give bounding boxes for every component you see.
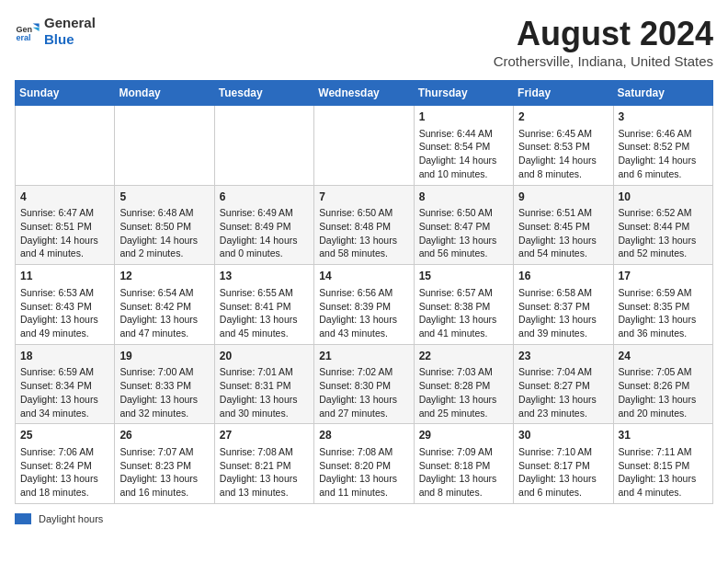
- day-number: 31: [619, 428, 708, 443]
- day-cell: 31Sunrise: 7:11 AMSunset: 8:15 PMDayligh…: [613, 424, 712, 504]
- day-number: 4: [20, 190, 109, 205]
- day-cell: 5Sunrise: 6:48 AMSunset: 8:50 PMDaylight…: [115, 185, 214, 265]
- day-info: Daylight: 13 hours and 36 minutes.: [619, 313, 708, 339]
- day-info: Sunrise: 6:47 AM: [20, 206, 109, 220]
- day-info: Sunrise: 6:51 AM: [518, 206, 608, 220]
- day-number: 6: [220, 190, 309, 205]
- day-info: Daylight: 13 hours and 32 minutes.: [119, 393, 209, 419]
- day-info: Sunset: 8:35 PM: [619, 300, 708, 314]
- day-info: Sunset: 8:39 PM: [319, 300, 408, 314]
- day-cell: 19Sunrise: 7:00 AMSunset: 8:33 PMDayligh…: [115, 344, 214, 424]
- day-number: 5: [119, 190, 209, 205]
- day-cell: 20Sunrise: 7:01 AMSunset: 8:31 PMDayligh…: [214, 344, 313, 424]
- day-number: 9: [518, 190, 608, 205]
- day-info: Sunrise: 6:54 AM: [119, 286, 209, 300]
- day-info: Sunrise: 7:06 AM: [20, 445, 109, 459]
- day-info: Sunrise: 6:57 AM: [419, 286, 508, 300]
- day-cell: 6Sunrise: 6:49 AMSunset: 8:49 PMDaylight…: [214, 185, 313, 265]
- day-info: Sunset: 8:41 PM: [220, 300, 309, 314]
- day-cell: 1Sunrise: 6:44 AMSunset: 8:54 PMDaylight…: [414, 106, 513, 186]
- day-info: Daylight: 13 hours and 45 minutes.: [220, 313, 309, 339]
- day-number: 10: [619, 190, 708, 205]
- day-info: Daylight: 13 hours and 6 minutes.: [518, 472, 608, 499]
- day-cell: 18Sunrise: 6:59 AMSunset: 8:34 PMDayligh…: [16, 344, 115, 424]
- svg-text:eral: eral: [16, 33, 30, 42]
- legend-color-box: [15, 513, 31, 524]
- day-info: Daylight: 14 hours and 2 minutes.: [119, 234, 209, 260]
- day-info: Daylight: 13 hours and 4 minutes.: [619, 472, 708, 499]
- day-info: Sunrise: 6:50 AM: [419, 206, 508, 220]
- day-info: Daylight: 13 hours and 18 minutes.: [20, 472, 109, 499]
- day-number: 3: [619, 109, 708, 125]
- day-info: Daylight: 13 hours and 30 minutes.: [220, 393, 309, 419]
- day-info: Sunrise: 7:01 AM: [220, 365, 309, 379]
- day-info: Sunset: 8:42 PM: [119, 300, 209, 314]
- day-number: 23: [518, 349, 608, 364]
- day-info: Sunrise: 7:11 AM: [619, 445, 708, 459]
- legend-label: Daylight hours: [39, 513, 103, 524]
- day-cell: 12Sunrise: 6:54 AMSunset: 8:42 PMDayligh…: [115, 265, 214, 345]
- day-info: Sunset: 8:50 PM: [119, 220, 209, 234]
- day-cell: [214, 106, 313, 186]
- day-number: 22: [419, 349, 508, 364]
- day-number: 14: [319, 269, 408, 284]
- day-cell: [314, 106, 414, 186]
- day-number: 12: [119, 269, 209, 284]
- day-cell: 4Sunrise: 6:47 AMSunset: 8:51 PMDaylight…: [16, 185, 115, 265]
- day-number: 7: [319, 190, 408, 205]
- day-info: Daylight: 14 hours and 4 minutes.: [20, 234, 109, 260]
- main-title: August 2024: [494, 15, 713, 53]
- day-number: 17: [619, 269, 708, 284]
- day-info: Daylight: 13 hours and 11 minutes.: [319, 472, 408, 499]
- subtitle: Crothersville, Indiana, United States: [494, 53, 713, 69]
- header-day-monday: Monday: [115, 81, 214, 106]
- day-info: Sunrise: 7:09 AM: [419, 445, 508, 459]
- day-info: Sunrise: 6:45 AM: [518, 127, 608, 141]
- day-info: Sunrise: 7:08 AM: [220, 445, 309, 459]
- day-number: 13: [220, 269, 309, 284]
- day-info: Sunset: 8:34 PM: [20, 379, 109, 393]
- day-number: 18: [20, 349, 109, 364]
- day-info: Sunrise: 6:44 AM: [419, 127, 508, 141]
- day-number: 26: [119, 428, 209, 443]
- day-info: Daylight: 13 hours and 23 minutes.: [518, 393, 608, 419]
- day-info: Sunset: 8:24 PM: [20, 459, 109, 473]
- day-info: Sunset: 8:20 PM: [319, 459, 408, 473]
- day-cell: 17Sunrise: 6:59 AMSunset: 8:35 PMDayligh…: [613, 265, 712, 345]
- day-info: Sunrise: 6:59 AM: [20, 365, 109, 379]
- day-cell: 23Sunrise: 7:04 AMSunset: 8:27 PMDayligh…: [514, 344, 613, 424]
- day-info: Sunset: 8:33 PM: [119, 379, 209, 393]
- week-row-2: 4Sunrise: 6:47 AMSunset: 8:51 PMDaylight…: [16, 185, 713, 265]
- day-info: Daylight: 13 hours and 49 minutes.: [20, 313, 109, 339]
- day-cell: 3Sunrise: 6:46 AMSunset: 8:52 PMDaylight…: [613, 106, 712, 186]
- day-info: Sunset: 8:47 PM: [419, 220, 508, 234]
- day-info: Daylight: 13 hours and 20 minutes.: [619, 393, 708, 419]
- day-cell: 7Sunrise: 6:50 AMSunset: 8:48 PMDaylight…: [314, 185, 414, 265]
- day-info: Daylight: 13 hours and 8 minutes.: [419, 472, 508, 499]
- day-number: 15: [419, 269, 508, 284]
- header: Gen eral General Blue August 2024 Crothe…: [15, 15, 713, 69]
- day-info: Daylight: 13 hours and 39 minutes.: [518, 313, 608, 339]
- day-info: Sunrise: 6:52 AM: [619, 206, 708, 220]
- day-info: Daylight: 14 hours and 0 minutes.: [220, 234, 309, 260]
- week-row-5: 25Sunrise: 7:06 AMSunset: 8:24 PMDayligh…: [16, 424, 713, 504]
- day-cell: 28Sunrise: 7:08 AMSunset: 8:20 PMDayligh…: [314, 424, 414, 504]
- day-info: Sunset: 8:18 PM: [419, 459, 508, 473]
- day-info: Sunset: 8:15 PM: [619, 459, 708, 473]
- day-info: Sunrise: 6:55 AM: [220, 286, 309, 300]
- footer: Daylight hours: [15, 513, 713, 524]
- title-area: August 2024 Crothersville, Indiana, Unit…: [494, 15, 713, 69]
- day-info: Daylight: 13 hours and 43 minutes.: [319, 313, 408, 339]
- day-number: 16: [518, 269, 608, 284]
- header-day-sunday: Sunday: [16, 81, 115, 106]
- day-cell: 14Sunrise: 6:56 AMSunset: 8:39 PMDayligh…: [314, 265, 414, 345]
- day-info: Sunrise: 7:02 AM: [319, 365, 408, 379]
- header-row: SundayMondayTuesdayWednesdayThursdayFrid…: [16, 81, 713, 106]
- day-info: Daylight: 13 hours and 58 minutes.: [319, 234, 408, 260]
- calendar-body: 1Sunrise: 6:44 AMSunset: 8:54 PMDaylight…: [16, 106, 713, 504]
- day-info: Daylight: 13 hours and 56 minutes.: [419, 234, 508, 260]
- day-info: Sunrise: 6:59 AM: [619, 286, 708, 300]
- day-info: Sunrise: 7:10 AM: [518, 445, 608, 459]
- day-info: Sunrise: 7:00 AM: [119, 365, 209, 379]
- day-number: 1: [419, 109, 508, 125]
